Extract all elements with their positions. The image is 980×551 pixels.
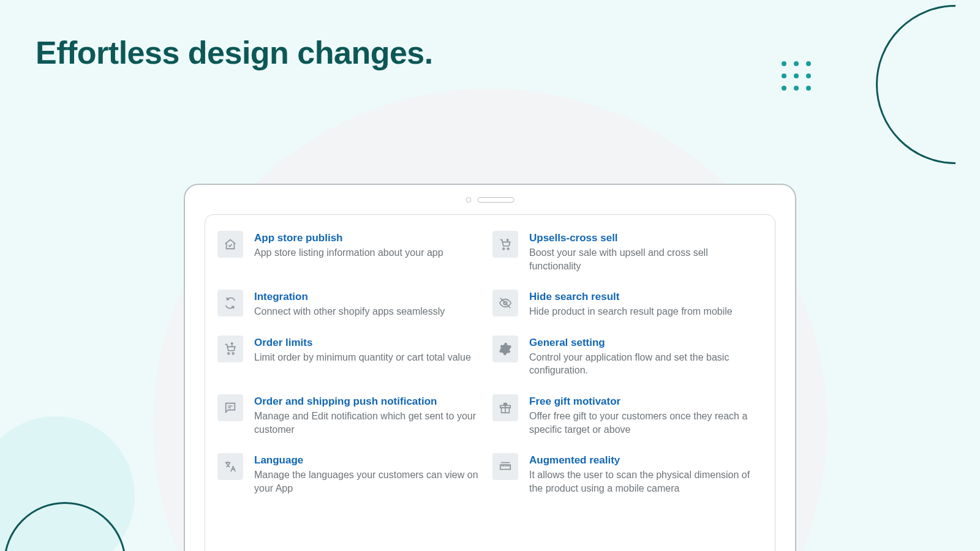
setting-desc: App store listing information about your… [254,246,443,260]
setting-item-language[interactable]: LanguageManage the languages your custom… [217,453,488,495]
setting-desc: Limit order by minimum quantity or cart … [254,351,471,364]
setting-desc: It allows the user to scan the physical … [529,468,762,495]
setting-item-order-limits[interactable]: Order limitsLimit order by minimum quant… [217,335,488,377]
setting-title: Free gift motivator [529,395,762,408]
setting-title: Hide search result [529,291,733,303]
setting-item-free-gift-motivator[interactable]: Free gift motivatorOffer free gift to yo… [492,394,763,436]
setting-title: Order and shipping push notification [254,395,487,408]
setting-item-hide-search-result[interactable]: Hide search resultHide product in search… [492,290,763,318]
ruler-icon [492,453,518,480]
page-headline: Effortless design changes. [36,34,433,71]
eye-slash-icon [492,290,518,317]
setting-desc: Control your application flow and set th… [529,351,762,377]
setting-title: Integration [254,291,445,303]
cart-upsell-icon [492,231,518,258]
setting-item-upsells-cross-sell[interactable]: Upsells-cross sellBoost your sale with u… [492,231,763,272]
setting-title: General setting [529,337,762,349]
sync-icon [217,290,243,317]
setting-desc: Manage and Edit notification which get s… [254,410,487,436]
setting-title: Augmented reality [529,454,762,467]
cart-limit-icon [217,335,243,362]
decorative-dot-grid [782,61,811,91]
house-check-icon [217,231,243,258]
gift-icon [492,394,518,421]
setting-desc: Connect with other shopify apps seamless… [254,305,445,318]
setting-item-augmented-reality[interactable]: Augmented realityIt allows the user to s… [492,453,763,495]
decorative-arc-top [876,5,980,164]
setting-title: Language [254,454,487,467]
tablet-camera [466,197,514,203]
setting-title: App store publish [254,232,443,244]
setting-item-integration[interactable]: IntegrationConnect with other shopify ap… [217,290,488,318]
translate-icon [217,453,243,480]
setting-desc: Hide product in search result page from … [529,305,733,318]
setting-item-general-setting[interactable]: General settingControl your application … [492,335,763,377]
setting-item-app-store-publish[interactable]: App store publishApp store listing infor… [217,231,488,272]
tablet-frame: App store publishApp store listing infor… [184,184,796,551]
chat-icon [217,394,243,421]
gear-icon [492,335,518,362]
setting-title: Order limits [254,337,471,349]
settings-panel: App store publishApp store listing infor… [205,214,775,551]
setting-desc: Boost your sale with upsell and cross se… [529,246,762,272]
setting-desc: Offer free gift to your customers once t… [529,410,762,436]
setting-title: Upsells-cross sell [529,232,762,244]
setting-item-order-shipping-push[interactable]: Order and shipping push notificationMana… [217,394,488,436]
setting-desc: Manage the languages your customers can … [254,468,487,495]
